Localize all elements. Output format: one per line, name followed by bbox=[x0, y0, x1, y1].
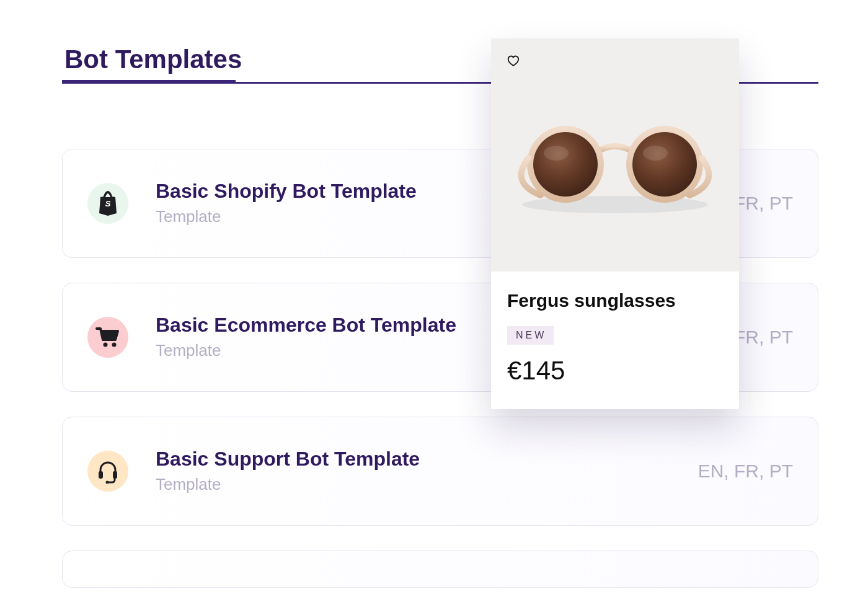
template-row[interactable] bbox=[62, 551, 818, 588]
new-badge: NEW bbox=[507, 326, 554, 345]
favorite-button[interactable] bbox=[506, 53, 523, 71]
template-row-support[interactable]: Basic Support Bot Template Template EN, … bbox=[62, 417, 818, 526]
product-image bbox=[491, 38, 739, 272]
svg-point-2 bbox=[112, 343, 117, 347]
svg-point-5 bbox=[106, 481, 109, 484]
product-name: Fergus sunglasses bbox=[507, 290, 723, 311]
cart-icon bbox=[87, 317, 128, 358]
svg-rect-3 bbox=[99, 471, 103, 479]
template-subtitle: Template bbox=[156, 475, 698, 494]
svg-rect-4 bbox=[113, 471, 117, 479]
template-name: Basic Support Bot Template bbox=[156, 448, 698, 470]
svg-point-1 bbox=[104, 343, 108, 347]
product-card[interactable]: Fergus sunglasses NEW €145 bbox=[491, 38, 739, 409]
svg-text:S: S bbox=[105, 199, 111, 208]
svg-point-12 bbox=[643, 146, 668, 161]
svg-point-8 bbox=[533, 132, 598, 197]
shopify-bag-icon: S bbox=[87, 183, 128, 224]
svg-point-10 bbox=[632, 132, 697, 197]
svg-point-11 bbox=[544, 146, 569, 161]
template-languages: EN, FR, PT bbox=[698, 461, 793, 482]
headset-icon bbox=[87, 451, 128, 492]
product-price: €145 bbox=[507, 356, 723, 386]
sunglasses-illustration bbox=[503, 108, 727, 220]
